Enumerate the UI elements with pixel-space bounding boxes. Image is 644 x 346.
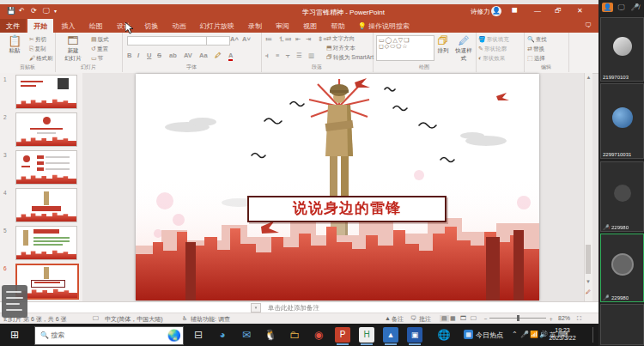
shape-effects-button[interactable]: ◐形状效果 [478, 55, 505, 63]
explorer-icon[interactable]: 🗀 [287, 327, 302, 343]
task-view-icon[interactable]: ⊟ [191, 327, 206, 343]
align-left-icon[interactable]: ⫞ [265, 52, 269, 60]
shape-fill-button[interactable]: 🪣形状填充 [478, 36, 509, 44]
blue-app2-icon[interactable]: ▣ [407, 327, 422, 343]
edge-icon[interactable]: ◕ [215, 327, 230, 343]
avatar[interactable]: 👤 [491, 6, 501, 16]
paste-button[interactable]: 📋 粘贴 [2, 34, 27, 65]
tray-expand-icon[interactable]: ⌃ [512, 331, 518, 338]
tray-network-icon[interactable]: 📶 [530, 331, 538, 338]
current-slide[interactable]: 说说身边的雷锋 [136, 74, 539, 300]
powerpoint-icon[interactable]: P [335, 327, 350, 343]
select-button[interactable]: ⬚选择 [527, 55, 545, 63]
taskbar-search[interactable]: 🔍 搜索 🌏 [34, 326, 184, 345]
accessibility-status[interactable]: 辅助功能: 调查 [191, 315, 230, 324]
ink-pen-icon[interactable]: 🖉 [586, 289, 591, 294]
increase-indent-icon[interactable]: ⇥ [306, 35, 311, 43]
zoom-slider-thumb[interactable] [517, 315, 519, 321]
close-button[interactable]: ✕ [577, 7, 583, 15]
arrange-button[interactable]: 🗇 排列 [433, 34, 453, 65]
scroll-down-icon[interactable]: ▼ [586, 279, 591, 284]
mail-icon[interactable]: ✉ [239, 327, 254, 343]
slide-thumbnail-2[interactable] [15, 112, 77, 147]
tab-home[interactable]: 开始 [27, 19, 53, 33]
align-center-icon[interactable]: ≡ [276, 52, 279, 59]
bullets-icon[interactable]: ≔ [265, 35, 272, 43]
maximize-button[interactable]: 🗗 [555, 7, 562, 15]
fit-slide-icon[interactable]: ⛶ [577, 315, 581, 322]
decrease-indent-icon[interactable]: ⇤ [295, 35, 301, 43]
blue-app-icon[interactable]: ▲ [383, 327, 398, 343]
font-name-combobox[interactable] [127, 36, 208, 46]
taskbar-clock[interactable]: 19:23 2023/3/22 [544, 326, 580, 342]
comments-toggle[interactable]: 批注 [419, 315, 431, 324]
notes-pane[interactable]: ▾ 单击此处添加备注 [0, 301, 598, 313]
tab-slideshow[interactable]: 幻灯片放映 [194, 19, 240, 33]
underline-button[interactable]: U [147, 52, 151, 59]
grow-font-icon[interactable]: A˄ [230, 35, 239, 43]
view-slideshow-icon[interactable]: 🖵 [471, 315, 477, 322]
copy-button[interactable]: ⎘复制 [29, 46, 46, 53]
notes-placeholder[interactable]: 单击此处添加备注 [268, 304, 319, 313]
smartart-button[interactable]: 🗇转换为 SmartArt [326, 54, 374, 62]
globe-shield-icon[interactable]: 🌐 [436, 327, 452, 343]
redo-icon[interactable]: ⟳ [31, 7, 37, 15]
slide-thumbnail-1[interactable] [15, 75, 77, 109]
shrink-font-icon[interactable]: A˅ [242, 35, 251, 43]
shapes-gallery[interactable]: ▭◯△▽❏ ◻◇⬭⬠☆ [376, 35, 434, 61]
minimize-button[interactable]: — [534, 7, 541, 15]
tab-insert[interactable]: 插入 [55, 19, 81, 33]
tab-animations[interactable]: 动画 [166, 19, 191, 33]
screenshare-icon[interactable]: 🖵 [616, 3, 627, 12]
cut-button[interactable]: ✂剪切 [29, 36, 46, 44]
tab-review[interactable]: 审阅 [270, 19, 295, 33]
change-case-icon[interactable]: Aa [199, 52, 208, 59]
hot-topic-label[interactable]: 今日热点 [476, 331, 503, 340]
undo-icon[interactable]: ↶ [19, 7, 25, 15]
notes-toggle-icon[interactable]: ▲ [385, 315, 391, 321]
strikethrough-button[interactable]: S [157, 52, 161, 59]
zoom-in-icon[interactable]: ＋ [548, 315, 554, 324]
bold-button[interactable]: B [127, 52, 131, 59]
justify-icon[interactable]: ☰ [296, 52, 302, 59]
start-slideshow-icon[interactable]: 🖵 [43, 7, 50, 15]
new-slide-button[interactable]: 🗔 新建幻灯片 [58, 34, 88, 65]
slide-thumbnail-3[interactable] [15, 150, 77, 185]
participant-tile[interactable]: 219970103 [600, 17, 644, 82]
chrome-icon[interactable]: ◉ [311, 327, 326, 343]
notes-toggle[interactable]: 备注 [392, 315, 404, 324]
view-reading-icon[interactable]: 🗖 [460, 315, 466, 321]
scroll-up-icon[interactable]: ▲ [585, 75, 592, 80]
tab-view[interactable]: 视图 [297, 19, 323, 33]
view-normal-icon[interactable]: ▤ [440, 315, 449, 322]
shape-outline-button[interactable]: ✎形状轮廓 [478, 46, 507, 53]
start-button[interactable]: ⊞ [7, 327, 22, 343]
ribbon-display-options-icon[interactable]: ⯀ [512, 7, 517, 15]
comments-popout-icon[interactable]: 🗨 [585, 21, 592, 29]
highlight-color-icon[interactable]: 🖍 [215, 52, 222, 59]
show-desktop-button[interactable] [592, 327, 598, 343]
weather-icon[interactable]: 🌏 [167, 327, 181, 344]
replace-button[interactable]: ⇄替换 [527, 46, 544, 53]
tell-me-search[interactable]: 操作说明搜索 [368, 22, 410, 30]
mic-muted-icon[interactable]: 🎤̸ [629, 3, 641, 12]
zoom-out-icon[interactable]: － [483, 315, 489, 324]
reset-button[interactable]: ↺重置 [91, 46, 108, 53]
participant-tile[interactable] [600, 304, 644, 345]
tab-help[interactable]: 帮助 [325, 19, 351, 33]
zoom-level[interactable]: 82% [558, 315, 570, 321]
tab-transitions[interactable]: 切换 [138, 19, 164, 33]
quick-access-dropdown-icon[interactable]: ▾ [54, 8, 57, 14]
align-text-button[interactable]: ⬒对齐文本 [326, 45, 355, 52]
display-settings-icon[interactable]: 🖵 [93, 315, 99, 322]
notes-splitter-icon[interactable]: ▾ [251, 303, 261, 313]
columns-icon[interactable]: ▥ [308, 52, 314, 59]
participant-tile[interactable]: 2299710031 [600, 83, 644, 159]
tray-mic-icon[interactable]: 🎤 [520, 331, 529, 338]
layout-button[interactable]: ▤版式 [91, 36, 109, 44]
tab-file[interactable]: 文件 [0, 19, 26, 33]
qq-icon[interactable]: 🐧 [263, 327, 278, 343]
scroll-thumb[interactable] [586, 245, 591, 274]
italic-button[interactable]: I [137, 52, 139, 59]
text-shadow-icon[interactable]: ab [169, 52, 177, 59]
